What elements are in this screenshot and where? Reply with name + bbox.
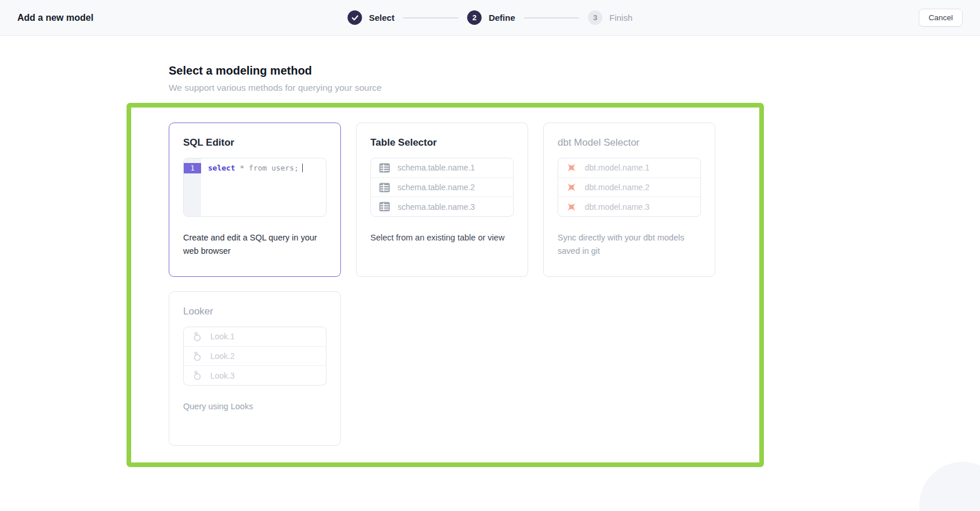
sql-keyword: select <box>208 164 235 172</box>
looker-list: Look.1 Look.2 Look.3 <box>184 327 326 385</box>
dbt-list: dbt.model.name.1 dbt.model.name.2 dbt.mo… <box>558 158 700 216</box>
page-title: Add a new model <box>17 13 94 23</box>
looker-icon <box>191 350 203 362</box>
table-grid-icon <box>378 182 390 193</box>
step-connector <box>403 17 459 18</box>
looker-list-preview: Look.1 Look.2 Look.3 <box>183 327 326 386</box>
step-finish: 3 Finish <box>588 10 633 25</box>
card-title: dbt Model Selector <box>558 137 701 149</box>
list-item-label: dbt.model.name.1 <box>585 163 649 172</box>
step-label-select: Select <box>369 13 394 23</box>
section-heading: Select a modeling method <box>169 64 980 77</box>
card-table-selector[interactable]: Table Selector schema.table.name.1 schem… <box>356 123 528 277</box>
list-item: schema.table.name.1 <box>371 158 513 177</box>
step-label-define: Define <box>489 13 515 23</box>
list-item: dbt.model.name.1 <box>558 158 700 177</box>
table-list: schema.table.name.1 schema.table.name.2 … <box>371 158 513 216</box>
dbt-list-preview: dbt.model.name.1 dbt.model.name.2 dbt.mo… <box>558 158 701 217</box>
list-item-label: schema.table.name.3 <box>398 202 475 212</box>
list-item-label: dbt.model.name.2 <box>585 183 649 192</box>
card-title: Looker <box>183 306 326 317</box>
table-list-preview: schema.table.name.1 schema.table.name.2 … <box>370 158 514 217</box>
wizard-header: Add a new model Select 2 Define 3 Finish… <box>0 0 980 36</box>
card-description: Select from an existing table or view <box>370 231 514 245</box>
card-dbt-model-selector[interactable]: dbt Model Selector dbt.model.name.1 dbt.… <box>543 123 715 277</box>
looker-icon <box>191 331 203 342</box>
list-item-label: schema.table.name.2 <box>398 183 475 192</box>
list-item-label: Look.2 <box>210 351 235 361</box>
step-connector <box>524 17 580 18</box>
section-subheading: We support various methods for querying … <box>169 83 980 93</box>
list-item-label: Look.3 <box>210 371 235 380</box>
step-define: 2 Define <box>467 10 515 25</box>
list-item: Look.2 <box>184 346 326 366</box>
list-item: dbt.model.name.3 <box>558 197 700 216</box>
card-description: Sync directly with your dbt models saved… <box>558 231 701 258</box>
line-number-badge: 1 <box>184 163 201 173</box>
selection-highlight-region: SQL Editor 1 select* from users; Create … <box>127 103 764 467</box>
step-select: Select <box>347 10 394 25</box>
text-cursor <box>302 164 303 172</box>
list-item: schema.table.name.2 <box>371 177 513 197</box>
wizard-stepper: Select 2 Define 3 Finish <box>347 0 632 35</box>
sql-rest: * from users; <box>240 164 299 172</box>
cancel-button[interactable]: Cancel <box>919 9 963 27</box>
card-title: SQL Editor <box>183 137 326 149</box>
check-icon <box>351 15 358 21</box>
step-number-badge: 3 <box>588 10 603 25</box>
corner-watermark <box>919 462 980 511</box>
code-editor: 1 select* from users; <box>184 158 326 216</box>
step-number-badge: 2 <box>467 10 482 25</box>
looker-icon <box>191 370 203 382</box>
step-complete-check-icon <box>347 10 362 25</box>
card-title: Table Selector <box>370 137 514 149</box>
card-looker[interactable]: Looker Look.1 Look.2 <box>169 291 341 446</box>
list-item: Look.3 <box>184 365 326 385</box>
card-description: Query using Looks <box>183 400 326 413</box>
list-item: schema.table.name.3 <box>371 197 513 216</box>
table-grid-icon <box>378 201 390 213</box>
list-item-label: Look.1 <box>210 332 235 341</box>
list-item-label: dbt.model.name.3 <box>585 202 649 212</box>
code-line: select* from users; <box>201 158 303 216</box>
method-cards-grid: SQL Editor 1 select* from users; Create … <box>169 123 730 446</box>
list-item: dbt.model.name.2 <box>558 177 700 197</box>
step-label-finish: Finish <box>610 13 633 23</box>
code-gutter: 1 <box>184 158 201 216</box>
dbt-logo-icon <box>566 162 577 173</box>
table-grid-icon <box>378 162 390 173</box>
sql-editor-preview: 1 select* from users; <box>183 158 326 217</box>
card-description: Create and edit a SQL query in your web … <box>183 231 326 258</box>
dbt-logo-icon <box>566 182 577 193</box>
card-sql-editor[interactable]: SQL Editor 1 select* from users; Create … <box>169 123 341 277</box>
list-item-label: schema.table.name.1 <box>398 163 475 172</box>
list-item: Look.1 <box>184 327 326 346</box>
dbt-logo-icon <box>566 201 577 213</box>
